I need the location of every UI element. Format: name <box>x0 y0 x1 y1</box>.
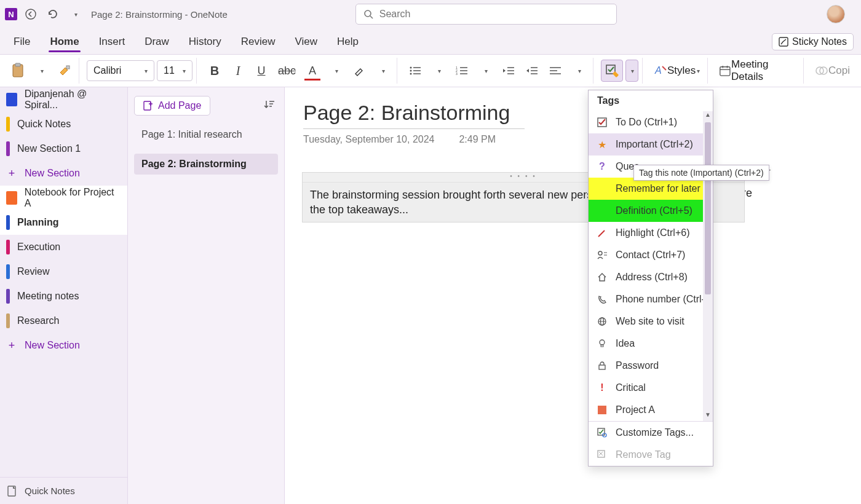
section-color <box>6 141 10 156</box>
tag-important[interactable]: ★Important (Ctrl+2) <box>589 133 713 156</box>
tag-highlight[interactable]: Highlight (Ctrl+6) <box>589 222 713 244</box>
search-icon <box>363 9 373 19</box>
meeting-details-button[interactable]: Meeting Details <box>715 60 800 82</box>
user-avatar[interactable] <box>827 5 845 23</box>
section-research[interactable]: Research <box>0 309 127 333</box>
section-color <box>6 117 10 132</box>
section-new-section-1[interactable]: New Section 1 <box>0 136 127 161</box>
account-notebook[interactable]: Dipanjenah @ Spiral... <box>0 87 127 112</box>
section-review[interactable]: Review <box>0 259 127 284</box>
font-color-button[interactable]: A <box>302 60 323 82</box>
tab-file[interactable]: File <box>4 31 40 54</box>
indent-button[interactable] <box>522 60 542 82</box>
customize-tags[interactable]: Customize Tags... <box>589 422 713 444</box>
copilot-button[interactable]: Copi <box>811 60 854 82</box>
font-name-select[interactable]: Calibri▾ <box>87 60 154 81</box>
svg-rect-6 <box>66 66 69 69</box>
tag-remember[interactable]: Remember for later <box>589 178 713 200</box>
tag-project-a[interactable]: Project A <box>589 399 713 421</box>
section-quick-notes[interactable]: Quick Notes <box>0 112 127 136</box>
tag-password[interactable]: Password <box>589 355 713 377</box>
clipboard-icon <box>11 63 25 79</box>
search-input[interactable] <box>379 9 609 20</box>
section-execution[interactable]: Execution <box>0 235 127 259</box>
font-size-select[interactable]: 11▾ <box>157 60 192 81</box>
notebook-project-a[interactable]: Notebook for Project A <box>0 186 127 210</box>
sticky-notes-button[interactable]: Sticky Notes <box>772 33 854 50</box>
page-item-2[interactable]: Page 2: Brainstorming <box>134 154 278 175</box>
italic-button[interactable]: I <box>228 60 248 82</box>
bullets-icon <box>409 66 421 76</box>
tab-view[interactable]: View <box>285 31 328 54</box>
search-box[interactable] <box>355 4 617 25</box>
page-item-1[interactable]: Page 1: Initial research <box>134 124 278 145</box>
scroll-down-icon[interactable]: ▼ <box>705 411 711 421</box>
tag-website[interactable]: Web site to visit <box>589 310 713 333</box>
tab-history[interactable]: History <box>179 31 231 54</box>
outdent-button[interactable] <box>498 60 519 82</box>
tags-scrollbar[interactable]: ▲ ▼ <box>703 111 713 421</box>
section-label: Review <box>17 266 49 277</box>
numbering-dropdown[interactable]: ▾ <box>475 60 496 82</box>
notebook-icon <box>6 191 17 205</box>
add-page-button[interactable]: Add Page <box>134 96 210 116</box>
bullets-button[interactable] <box>405 60 426 82</box>
section-meeting-notes[interactable]: Meeting notes <box>0 284 127 309</box>
new-section-button[interactable]: + New Section <box>0 161 127 186</box>
tag-todo[interactable]: To Do (Ctrl+1) <box>589 111 713 133</box>
styles-button[interactable]: A Styles▾ <box>650 60 704 82</box>
pen-icon <box>596 227 608 239</box>
paste-button[interactable] <box>7 60 28 82</box>
tag-phone[interactable]: Phone number (Ctrl- <box>589 288 713 310</box>
paste-dropdown[interactable]: ▾ <box>31 60 52 82</box>
bold-button[interactable]: B <box>204 60 225 82</box>
tab-draw[interactable]: Draw <box>135 31 179 54</box>
tab-help[interactable]: Help <box>327 31 368 54</box>
font-color-dropdown[interactable]: ▾ <box>325 60 346 82</box>
tab-review[interactable]: Review <box>231 31 285 54</box>
section-color <box>6 240 10 254</box>
tag-address[interactable]: Address (Ctrl+8) <box>589 266 713 288</box>
svg-point-11 <box>410 73 412 75</box>
scroll-up-icon[interactable]: ▲ <box>705 111 711 121</box>
numbering-button[interactable]: 123 <box>451 60 472 82</box>
tags-header: Tags <box>589 90 713 111</box>
underline-button[interactable]: U <box>251 60 272 82</box>
highlight-button[interactable] <box>349 60 370 82</box>
page-canvas[interactable]: Page 2: Brainstorming Tuesday, September… <box>285 87 861 504</box>
section-planning[interactable]: Planning <box>0 210 127 235</box>
tags-dropdown[interactable]: ▾ <box>625 60 638 82</box>
remove-tag-icon <box>596 449 608 461</box>
page-title[interactable]: Page 2: Brainstorming <box>303 101 843 125</box>
svg-line-2 <box>370 16 373 18</box>
notebook-label: Notebook for Project A <box>25 187 121 209</box>
highlight-dropdown[interactable]: ▾ <box>372 60 393 82</box>
sticky-notes-label: Sticky Notes <box>792 36 847 47</box>
tab-insert[interactable]: Insert <box>89 31 135 54</box>
format-painter-button[interactable] <box>54 60 75 82</box>
tag-idea[interactable]: Idea <box>589 333 713 355</box>
bullets-dropdown[interactable]: ▾ <box>428 60 449 82</box>
tab-home[interactable]: Home <box>40 31 89 54</box>
back-button[interactable] <box>22 6 39 23</box>
undo-button[interactable] <box>44 6 62 23</box>
copilot-icon <box>815 64 828 77</box>
tag-label: Highlight (Ctrl+6) <box>616 227 689 238</box>
qat-customize-button[interactable]: ▾ <box>66 6 84 23</box>
tags-button[interactable] <box>601 60 623 82</box>
svg-text:3: 3 <box>456 72 458 76</box>
tag-label: Address (Ctrl+8) <box>616 272 688 283</box>
tag-definition[interactable]: Definition (Ctrl+5) <box>589 200 713 222</box>
tag-tooltip: Tag this note (Important) (Ctrl+2) <box>633 165 769 181</box>
sort-pages-button[interactable] <box>261 96 278 113</box>
align-dropdown[interactable]: ▾ <box>568 60 589 82</box>
tag-critical[interactable]: !Critical <box>589 377 713 399</box>
new-section-button-2[interactable]: + New Section <box>0 333 127 358</box>
tag-contact[interactable]: Contact (Ctrl+7) <box>589 244 713 266</box>
align-button[interactable] <box>545 60 566 82</box>
quick-notes-footer[interactable]: Quick Notes <box>0 477 127 504</box>
svg-point-9 <box>410 70 412 72</box>
strikethrough-button[interactable]: abc <box>274 60 300 82</box>
scroll-thumb[interactable] <box>705 122 711 294</box>
page-time: 2:49 PM <box>459 134 496 145</box>
